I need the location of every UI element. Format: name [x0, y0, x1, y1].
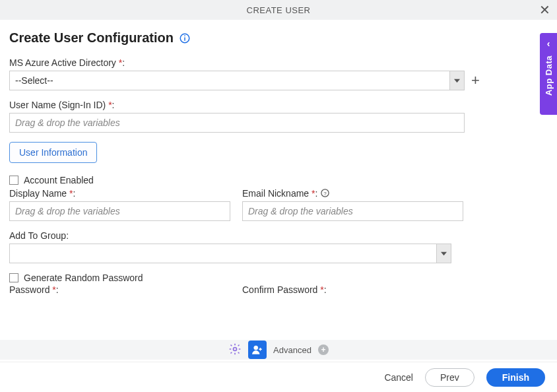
- azure-ad-label: MS Azure Active Directory *:: [9, 57, 548, 68]
- info-icon[interactable]: [179, 32, 191, 44]
- svg-marker-6: [441, 251, 447, 255]
- password-label: Password *:: [9, 284, 230, 295]
- prev-button[interactable]: Prev: [425, 368, 475, 387]
- advanced-label[interactable]: Advanced: [273, 345, 311, 355]
- add-to-group-label: Add To Group:: [9, 230, 548, 241]
- user-add-icon[interactable]: [248, 341, 267, 359]
- chevron-down-icon[interactable]: [449, 71, 464, 90]
- toolbar: Advanced +: [0, 340, 557, 360]
- close-icon[interactable]: ✕: [539, 0, 551, 20]
- display-name-label: Display Name *:: [9, 188, 230, 199]
- email-nickname-placeholder: Drag & drop the variables: [248, 206, 353, 216]
- add-icon[interactable]: +: [471, 73, 480, 88]
- svg-rect-1: [184, 37, 185, 40]
- user-name-placeholder: Drag & drop the variables: [15, 117, 120, 128]
- account-enabled-label: Account Enabled: [24, 175, 94, 185]
- dialog-title: CREATE USER: [247, 5, 311, 15]
- generate-password-label: Generate Random Password: [24, 273, 143, 283]
- help-icon[interactable]: ?: [320, 188, 330, 199]
- user-name-input[interactable]: Drag & drop the variables: [9, 113, 465, 133]
- gear-icon[interactable]: [228, 343, 242, 358]
- account-enabled-checkbox[interactable]: [9, 176, 18, 185]
- add-to-group-select[interactable]: [9, 244, 451, 263]
- side-panel-app-data[interactable]: ‹ App Data: [540, 33, 557, 115]
- page-title: Create User Configuration: [9, 30, 174, 46]
- azure-ad-value: --Select--: [15, 75, 53, 86]
- azure-ad-select[interactable]: --Select--: [9, 71, 465, 90]
- generate-password-checkbox[interactable]: [9, 273, 18, 282]
- plus-icon[interactable]: +: [318, 344, 329, 355]
- tab-user-information[interactable]: User Information: [9, 142, 97, 163]
- chevron-down-icon[interactable]: [436, 244, 451, 263]
- footer: Cancel Prev Finish: [0, 362, 557, 392]
- display-name-placeholder: Drag & drop the variables: [15, 206, 120, 216]
- display-name-input[interactable]: Drag & drop the variables: [9, 201, 230, 221]
- svg-point-8: [254, 346, 258, 350]
- svg-text:?: ?: [324, 191, 327, 197]
- email-nickname-label: Email Nickname *: ?: [242, 188, 463, 199]
- user-name-label: User Name (Sign-In ID) *:: [9, 100, 548, 110]
- svg-marker-3: [454, 79, 460, 82]
- svg-rect-2: [184, 35, 185, 36]
- email-nickname-input[interactable]: Drag & drop the variables: [242, 201, 463, 221]
- confirm-password-label: Confirm Password *:: [242, 284, 463, 295]
- finish-button[interactable]: Finish: [486, 368, 545, 387]
- dialog-header: CREATE USER ✕: [0, 0, 557, 20]
- svg-point-7: [234, 347, 237, 350]
- chevron-left-icon: ‹: [547, 38, 550, 49]
- cancel-button[interactable]: Cancel: [384, 372, 413, 383]
- side-panel-label: App Data: [544, 55, 554, 96]
